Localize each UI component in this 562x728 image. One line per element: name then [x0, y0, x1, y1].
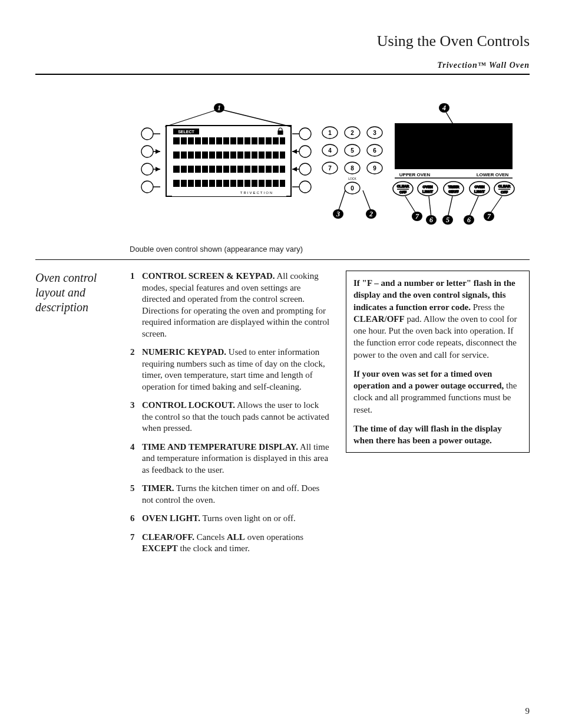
svg-point-4: [141, 181, 153, 193]
svg-point-34: [299, 146, 311, 157]
svg-text:OVEN: OVEN: [422, 185, 432, 189]
side-heading: Oven control layout and description: [35, 271, 115, 315]
svg-text:TRIVECTION: TRIVECTION: [240, 191, 273, 195]
svg-rect-29: [172, 159, 286, 166]
svg-point-69: [444, 182, 464, 196]
list-item: OVEN LIGHT. Turns oven light on or off.: [130, 513, 330, 525]
page-header: Using the Oven Controls Trivection™ Wall…: [35, 32, 530, 70]
svg-text:SELECT: SELECT: [178, 130, 194, 134]
svg-text:9: 9: [373, 165, 376, 172]
svg-point-36: [299, 181, 311, 193]
list-item: CONTROL SCREEN & KEYPAD. All cooking mod…: [130, 271, 330, 340]
svg-rect-8: [278, 131, 283, 134]
svg-text:8: 8: [351, 165, 354, 172]
control-diagram: SELECT TRIVECTION: [130, 98, 530, 228]
svg-text:LOCK: LOCK: [348, 177, 356, 180]
svg-point-2: [141, 146, 153, 157]
svg-point-35: [299, 163, 311, 175]
svg-text:TIMER: TIMER: [448, 185, 459, 189]
list-item: CLEAR/OFF. Cancels ALL oven operations E…: [130, 532, 330, 555]
svg-text:3: 3: [336, 210, 340, 218]
svg-text:2: 2: [351, 130, 354, 136]
svg-text:7: 7: [415, 212, 419, 220]
list-item: NUMERIC KEYPAD. Used to enter informatio…: [130, 347, 330, 393]
svg-text:UPPER OVEN: UPPER OVEN: [399, 172, 431, 177]
divider-top: [35, 74, 530, 75]
list-item: TIMER. Turns the kitchen timer on and of…: [130, 483, 330, 506]
svg-text:CLEAR: CLEAR: [498, 185, 511, 188]
svg-point-66: [418, 182, 438, 196]
svg-text:1: 1: [217, 104, 221, 112]
svg-text:5: 5: [446, 216, 449, 224]
description-list: CONTROL SCREEN & KEYPAD. All cooking mod…: [130, 271, 330, 555]
svg-text:ON/OFF: ON/OFF: [449, 190, 459, 193]
diagram-caption: Double oven control shown (appearance ma…: [130, 245, 530, 253]
svg-text:6: 6: [467, 216, 471, 224]
svg-text:6: 6: [373, 147, 376, 154]
page-number: 9: [525, 706, 530, 716]
product-name: Trivection™ Wall Oven: [35, 61, 530, 70]
svg-point-72: [470, 182, 490, 196]
svg-text:5: 5: [351, 147, 354, 154]
svg-text:4: 4: [442, 104, 446, 112]
svg-text:LIGHT: LIGHT: [474, 190, 485, 193]
svg-text:6: 6: [429, 216, 433, 224]
svg-text:OFF: OFF: [399, 190, 406, 194]
svg-rect-28: [172, 144, 286, 151]
svg-text:CLEAR: CLEAR: [397, 185, 409, 188]
svg-text:1: 1: [328, 130, 332, 136]
page-title: Using the Oven Controls: [35, 32, 530, 50]
svg-text:7: 7: [487, 212, 491, 220]
svg-text:OFF: OFF: [501, 190, 508, 194]
svg-text:2: 2: [369, 210, 373, 218]
list-item: CONTROL LOCKOUT. Allows the user to lock…: [130, 400, 330, 434]
svg-text:4: 4: [328, 147, 332, 154]
divider-mid: [35, 259, 530, 260]
svg-text:OVEN: OVEN: [474, 185, 484, 189]
svg-text:7: 7: [328, 165, 332, 172]
svg-rect-30: [172, 173, 286, 180]
svg-point-33: [299, 128, 311, 140]
svg-point-3: [141, 163, 153, 175]
control-panel-svg: SELECT TRIVECTION: [130, 98, 530, 228]
svg-text:LIGHT: LIGHT: [422, 190, 433, 193]
content-columns: Oven control layout and description CONT…: [35, 271, 530, 562]
svg-rect-58: [395, 123, 513, 169]
svg-text:3: 3: [373, 130, 376, 136]
notice-box: If "F – and a number or letter" flash in…: [346, 271, 530, 453]
svg-point-1: [141, 128, 153, 140]
svg-text:LOWER OVEN: LOWER OVEN: [477, 172, 509, 177]
list-item: TIME AND TEMPERATURE DISPLAY. All time a…: [130, 442, 330, 476]
svg-text:0: 0: [351, 185, 354, 192]
